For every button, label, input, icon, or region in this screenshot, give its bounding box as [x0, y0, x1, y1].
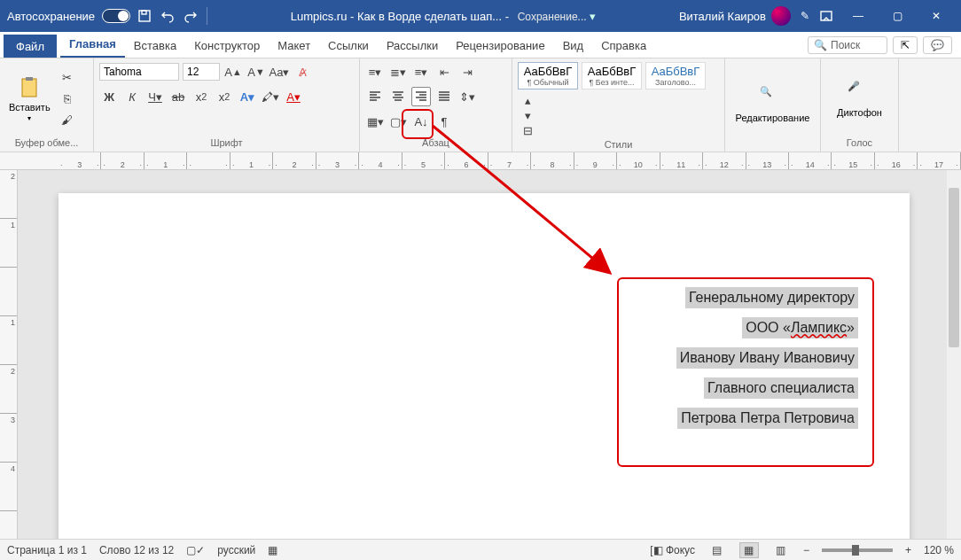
- clear-format-button[interactable]: A̷: [293, 62, 312, 82]
- read-mode-button[interactable]: ▤: [707, 542, 727, 558]
- justify-button[interactable]: [434, 87, 454, 106]
- borders-button[interactable]: ▢▾: [388, 112, 408, 131]
- undo-icon[interactable]: [160, 9, 175, 23]
- tab-insert[interactable]: Вставка: [125, 34, 185, 58]
- align-center-button[interactable]: [388, 87, 408, 106]
- cut-button[interactable]: ✂: [58, 68, 77, 88]
- styles-up-button[interactable]: ▴: [518, 93, 537, 107]
- strike-button[interactable]: ab: [168, 87, 188, 106]
- font-color-button[interactable]: A▾: [284, 87, 303, 106]
- minimize-button[interactable]: —: [840, 4, 876, 28]
- style-normal[interactable]: АаБбВвГ¶ Обычный: [518, 62, 578, 89]
- text-line-5[interactable]: Петрова Петра Петровича: [677, 408, 858, 429]
- svg-rect-2: [821, 12, 832, 20]
- ruler-vertical[interactable]: 211234: [0, 170, 18, 539]
- group-paragraph: ≡▾ ≣▾ ≡▾ ⇤ ⇥ ⇕▾ ▦▾ ▢▾ A↓ ¶ Абзац: [360, 58, 512, 152]
- underline-button[interactable]: Ч▾: [145, 87, 165, 106]
- maximize-button[interactable]: ▢: [879, 4, 915, 28]
- spellcheck-icon[interactable]: ▢✓: [186, 544, 205, 556]
- increase-indent-button[interactable]: ⇥: [457, 62, 477, 82]
- styles-more-button[interactable]: ⊟: [518, 123, 537, 137]
- sort-button[interactable]: A↓: [411, 112, 431, 131]
- page-count[interactable]: Страница 1 из 1: [7, 544, 87, 556]
- paste-button[interactable]: Вставить▾: [5, 72, 54, 126]
- text-effects-button[interactable]: A▾: [238, 87, 257, 106]
- zoom-slider[interactable]: [822, 548, 893, 552]
- bullets-button[interactable]: ≡▾: [365, 62, 385, 82]
- save-status: Сохранение...: [518, 11, 587, 23]
- search-input[interactable]: 🔍Поиск: [808, 36, 887, 54]
- show-marks-button[interactable]: ¶: [434, 112, 454, 131]
- font-size-select[interactable]: [183, 63, 220, 81]
- header-text-block[interactable]: Генеральному директору ООО «Лампикс» Ива…: [637, 287, 858, 438]
- clipboard-label: Буфер обме...: [5, 136, 88, 152]
- zoom-level[interactable]: 120 %: [924, 544, 954, 556]
- style-heading[interactable]: АаБбВвГЗаголово...: [645, 62, 706, 89]
- paragraph-label: Абзац: [365, 136, 506, 152]
- tab-view[interactable]: Вид: [554, 34, 593, 58]
- macros-icon[interactable]: ▦: [268, 544, 277, 556]
- highlight-button[interactable]: 🖍▾: [261, 87, 280, 106]
- comments-button[interactable]: 💬: [923, 36, 952, 54]
- tab-layout[interactable]: Макет: [269, 34, 319, 58]
- copy-button[interactable]: ⎘: [58, 89, 77, 109]
- shrink-font-button[interactable]: A▼: [246, 62, 266, 82]
- styles-label: Стили: [518, 137, 719, 153]
- font-label: Шрифт: [99, 136, 354, 152]
- autosave-toggle[interactable]: [102, 9, 130, 23]
- styles-down-button[interactable]: ▾: [518, 108, 537, 122]
- font-name-select[interactable]: [99, 63, 179, 81]
- ruler-horizontal[interactable]: ·3··2··1····1··2··3··4··5··6··7··8··9··1…: [0, 152, 961, 170]
- tab-mailings[interactable]: Рассылки: [378, 34, 447, 58]
- text-line-4[interactable]: Главного специалиста: [704, 377, 858, 399]
- save-icon[interactable]: [137, 9, 152, 23]
- bold-button[interactable]: Ж: [99, 87, 119, 106]
- line-spacing-button[interactable]: ⇕▾: [457, 87, 477, 106]
- word-count[interactable]: Слово 12 из 12: [99, 544, 174, 556]
- print-layout-button[interactable]: ▦: [739, 542, 759, 558]
- zoom-in-button[interactable]: +: [905, 544, 911, 556]
- decrease-indent-button[interactable]: ⇤: [434, 62, 454, 82]
- ribbon-options-icon[interactable]: [819, 9, 833, 23]
- grow-font-button[interactable]: A▲: [223, 62, 243, 82]
- superscript-button[interactable]: x2: [215, 87, 234, 106]
- tab-references[interactable]: Ссылки: [319, 34, 378, 58]
- user-account[interactable]: Виталий Каиров: [679, 6, 791, 26]
- focus-mode[interactable]: [◧ Фокус: [650, 544, 695, 556]
- tab-home[interactable]: Главная: [60, 32, 125, 58]
- tab-review[interactable]: Рецензирование: [447, 34, 553, 58]
- shading-button[interactable]: ▦▾: [365, 112, 385, 131]
- numbering-button[interactable]: ≣▾: [388, 62, 408, 82]
- title-bar: Автосохранение Lumpics.ru - Как в Ворде …: [0, 0, 961, 32]
- italic-button[interactable]: К: [122, 87, 142, 106]
- redo-icon[interactable]: [184, 9, 198, 23]
- language-button[interactable]: русский: [217, 544, 255, 556]
- style-nospace[interactable]: АаБбВвГ¶ Без инте...: [582, 62, 642, 89]
- web-layout-button[interactable]: ▥: [771, 542, 791, 558]
- zoom-out-button[interactable]: −: [803, 544, 809, 556]
- svg-rect-3: [22, 79, 36, 97]
- drawing-tools-icon[interactable]: ✎: [798, 9, 812, 23]
- group-styles: АаБбВвГ¶ Обычный АаБбВвГ¶ Без инте... Аа…: [512, 58, 725, 152]
- autosave-label: Автосохранение: [7, 10, 95, 23]
- align-right-button[interactable]: [411, 87, 431, 106]
- format-painter-button[interactable]: 🖌: [58, 111, 77, 130]
- editing-button[interactable]: 🔍 Редактирование: [732, 82, 814, 127]
- align-left-button[interactable]: [365, 87, 385, 106]
- text-line-3[interactable]: Иванову Ивану Ивановичу: [676, 347, 858, 369]
- subscript-button[interactable]: x2: [191, 87, 211, 106]
- change-case-button[interactable]: Aa▾: [270, 62, 289, 82]
- tab-file[interactable]: Файл: [4, 35, 57, 58]
- tab-design[interactable]: Конструктор: [185, 34, 269, 58]
- mic-icon: 🎤: [848, 81, 872, 105]
- close-button[interactable]: ✕: [918, 4, 954, 28]
- share-button[interactable]: ⇱: [893, 36, 918, 54]
- text-line-2[interactable]: ООО «Лампикс»: [742, 317, 858, 338]
- tab-help[interactable]: Справка: [592, 34, 655, 58]
- multilevel-button[interactable]: ≡▾: [411, 62, 431, 82]
- vertical-scrollbar[interactable]: [947, 170, 961, 539]
- paste-icon: [17, 75, 42, 100]
- text-line-1[interactable]: Генеральному директору: [685, 287, 858, 308]
- document-page[interactable]: Генеральному директору ООО «Лампикс» Ива…: [59, 193, 910, 539]
- dictate-button[interactable]: 🎤 Диктофон: [833, 77, 886, 121]
